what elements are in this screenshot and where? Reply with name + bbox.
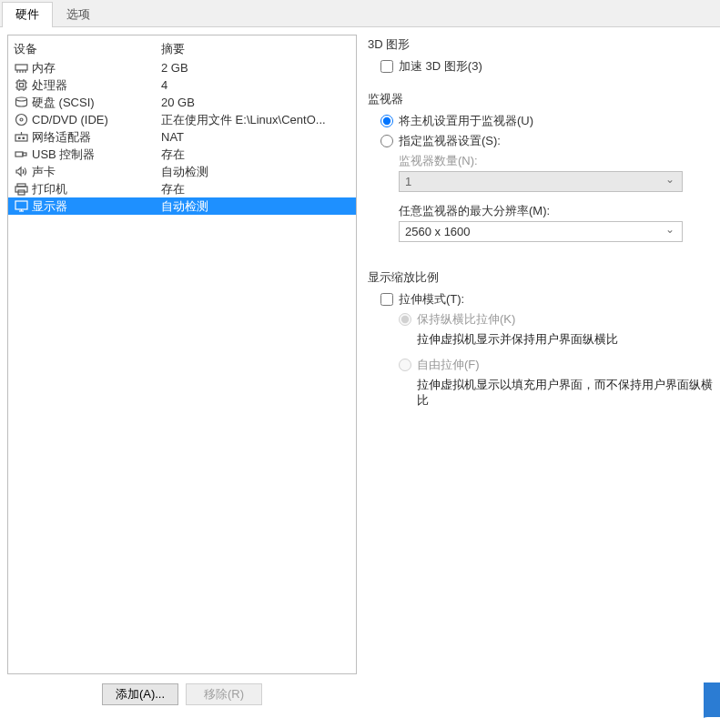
svg-rect-22 bbox=[15, 152, 23, 157]
svg-point-15 bbox=[15, 97, 26, 101]
max-resolution-select[interactable]: 2560 x 1600 bbox=[399, 221, 683, 242]
device-row-memory[interactable]: 内存2 GB bbox=[8, 59, 356, 76]
device-label: CD/DVD (IDE) bbox=[32, 113, 161, 126]
tab-options[interactable]: 选项 bbox=[53, 2, 104, 26]
svg-point-17 bbox=[20, 118, 23, 121]
stretch-mode-label: 拉伸模式(T): bbox=[399, 291, 464, 308]
disk-icon bbox=[14, 96, 28, 110]
svg-point-16 bbox=[15, 115, 26, 126]
group-3d-title: 3D 图形 bbox=[368, 36, 713, 53]
svg-rect-25 bbox=[15, 187, 27, 192]
device-row-disk[interactable]: 硬盘 (SCSI)20 GB bbox=[8, 94, 356, 111]
use-host-label: 将主机设置用于监视器(U) bbox=[399, 113, 533, 129]
device-row-network[interactable]: 网络适配器NAT bbox=[8, 128, 356, 146]
group-scale-title: 显示缩放比例 bbox=[368, 269, 713, 286]
memory-icon bbox=[14, 61, 28, 76]
free-stretch-radio bbox=[399, 359, 411, 371]
device-list: 设备 摘要 内存2 GB处理器4硬盘 (SCSI)20 GBCD/DVD (ID… bbox=[7, 35, 357, 674]
accelerate-3d-checkbox[interactable] bbox=[380, 60, 393, 73]
free-stretch-label: 自由拉伸(F) bbox=[417, 357, 480, 373]
device-row-sound[interactable]: 声卡自动检测 bbox=[8, 163, 356, 180]
network-icon bbox=[14, 130, 28, 145]
svg-rect-0 bbox=[15, 65, 27, 70]
corner-curve-icon bbox=[700, 717, 720, 728]
corner-tab-icon bbox=[704, 682, 720, 719]
device-row-cd[interactable]: CD/DVD (IDE)正在使用文件 E:\Linux\CentO... bbox=[8, 111, 356, 128]
stretch-mode-checkbox[interactable] bbox=[380, 293, 393, 306]
monitor-count-select: 1 bbox=[399, 171, 683, 192]
use-host-radio[interactable] bbox=[380, 115, 393, 127]
printer-icon bbox=[14, 182, 28, 197]
tab-hardware[interactable]: 硬件 bbox=[2, 2, 53, 27]
cd-icon bbox=[14, 113, 28, 127]
free-stretch-desc: 拉伸虚拟机显示以填充用户界面，而不保持用户界面纵横比 bbox=[417, 377, 713, 409]
device-label: 内存 bbox=[32, 60, 161, 76]
svg-rect-23 bbox=[23, 153, 26, 156]
device-summary: NAT bbox=[161, 130, 350, 144]
device-list-header: 设备 摘要 bbox=[8, 35, 356, 59]
sound-icon bbox=[14, 165, 28, 179]
device-label: 硬盘 (SCSI) bbox=[32, 95, 161, 111]
device-summary: 存在 bbox=[161, 181, 350, 197]
column-device: 设备 bbox=[14, 41, 161, 57]
device-row-display[interactable]: 显示器自动检测 bbox=[8, 197, 356, 215]
svg-rect-20 bbox=[22, 137, 25, 140]
max-resolution-label: 任意监视器的最大分辨率(M): bbox=[399, 203, 713, 219]
cpu-icon bbox=[14, 78, 28, 93]
keep-aspect-label: 保持纵横比拉伸(K) bbox=[417, 311, 515, 328]
device-label: 打印机 bbox=[32, 181, 161, 197]
device-label: 显示器 bbox=[32, 198, 161, 215]
device-summary: 4 bbox=[161, 78, 350, 92]
device-summary: 20 GB bbox=[161, 96, 350, 109]
svg-rect-6 bbox=[19, 84, 23, 87]
add-button[interactable]: 添加(A)... bbox=[102, 683, 178, 705]
keep-aspect-desc: 拉伸虚拟机显示并保持用户界面纵横比 bbox=[417, 331, 713, 348]
display-icon bbox=[14, 199, 28, 214]
tab-bar: 硬件 选项 bbox=[0, 0, 720, 27]
device-summary: 存在 bbox=[161, 147, 350, 163]
device-row-cpu[interactable]: 处理器4 bbox=[8, 76, 356, 94]
specify-monitor-label: 指定监视器设置(S): bbox=[399, 133, 501, 149]
svg-rect-18 bbox=[15, 135, 27, 141]
usb-icon bbox=[14, 147, 28, 162]
device-label: USB 控制器 bbox=[32, 147, 161, 163]
device-label: 声卡 bbox=[32, 164, 161, 180]
device-summary: 自动检测 bbox=[161, 198, 350, 215]
svg-rect-27 bbox=[15, 201, 27, 209]
group-monitor-title: 监视器 bbox=[368, 91, 713, 107]
device-row-usb[interactable]: USB 控制器存在 bbox=[8, 146, 356, 163]
device-label: 处理器 bbox=[32, 77, 161, 94]
column-summary: 摘要 bbox=[161, 41, 350, 57]
device-summary: 正在使用文件 E:\Linux\CentO... bbox=[161, 112, 350, 128]
accelerate-3d-label: 加速 3D 图形(3) bbox=[399, 58, 482, 75]
svg-rect-19 bbox=[18, 137, 21, 140]
device-summary: 2 GB bbox=[161, 61, 350, 75]
remove-button: 移除(R) bbox=[186, 683, 262, 705]
device-row-printer[interactable]: 打印机存在 bbox=[8, 180, 356, 197]
specify-monitor-radio[interactable] bbox=[380, 135, 393, 147]
svg-rect-5 bbox=[17, 81, 25, 89]
keep-aspect-radio bbox=[399, 313, 411, 326]
device-summary: 自动检测 bbox=[161, 164, 350, 180]
monitor-count-label: 监视器数量(N): bbox=[399, 153, 713, 169]
device-label: 网络适配器 bbox=[32, 129, 161, 146]
